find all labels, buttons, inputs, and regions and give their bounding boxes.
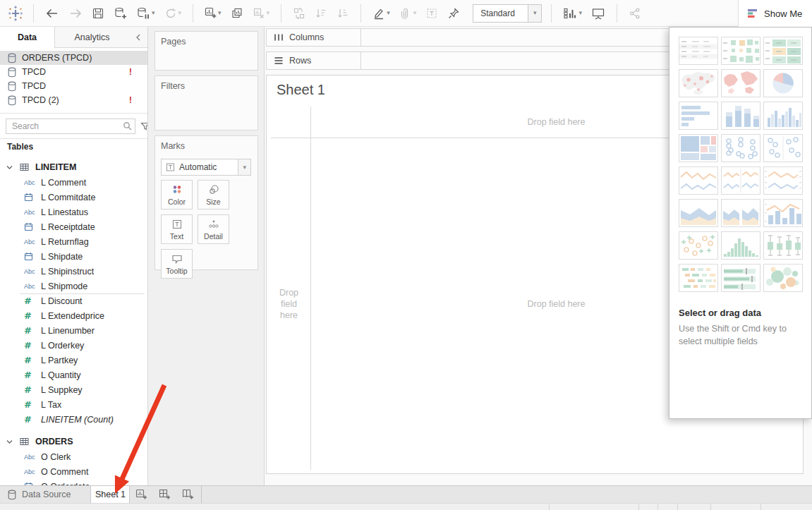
field-item[interactable]: #LINEITEM (Count) bbox=[0, 412, 147, 427]
field-item[interactable]: AbcL Comment bbox=[0, 175, 147, 190]
duplicate-sheet-button[interactable] bbox=[229, 5, 246, 22]
save-button[interactable] bbox=[90, 5, 107, 22]
sort-ascending-button[interactable] bbox=[313, 5, 329, 22]
field-item[interactable]: AbcL Returnflag bbox=[0, 234, 147, 249]
table-group-orders[interactable]: ORDERS bbox=[0, 434, 147, 449]
showme-tile-box-and-whisker[interactable] bbox=[763, 231, 803, 260]
share-button[interactable] bbox=[626, 5, 643, 22]
showme-tile-treemap[interactable] bbox=[679, 134, 718, 162]
field-item[interactable]: #L Quantity bbox=[0, 368, 147, 382]
filters-shelf[interactable]: Filters bbox=[154, 75, 258, 130]
clear-sheet-button[interactable]: ▾ bbox=[250, 5, 272, 22]
new-data-source-icon bbox=[114, 7, 127, 20]
detail-button[interactable]: Detail bbox=[198, 214, 229, 244]
fit-view-button[interactable]: ▾ bbox=[561, 5, 584, 22]
showme-tile-circle-views[interactable] bbox=[721, 134, 761, 162]
chevron-down-icon: ▾ bbox=[413, 10, 417, 16]
search-input[interactable] bbox=[11, 121, 123, 132]
string-field-icon: Abc bbox=[24, 209, 41, 216]
fix-axes-button[interactable] bbox=[445, 5, 462, 22]
showme-tile-highlight-table[interactable] bbox=[763, 37, 803, 65]
new-dashboard-button[interactable] bbox=[153, 486, 176, 503]
tab-data[interactable]: Data bbox=[0, 27, 55, 48]
showme-tile-scatter-plot[interactable] bbox=[679, 231, 718, 260]
showme-tile-discrete-lines[interactable] bbox=[721, 166, 761, 195]
showme-tile-side-by-side-bars[interactable] bbox=[763, 102, 803, 130]
group-members-button[interactable]: ▾ bbox=[397, 5, 419, 22]
show-me-instruction-title: Select or drag data bbox=[679, 308, 811, 318]
highlight-button[interactable]: ▾ bbox=[370, 5, 392, 22]
sheet-1-tab[interactable]: Sheet 1 bbox=[90, 486, 130, 503]
redo-button[interactable] bbox=[66, 6, 85, 21]
field-item[interactable]: #L Discount bbox=[0, 293, 147, 308]
showme-tile-packed-bubbles[interactable] bbox=[763, 264, 803, 292]
field-item[interactable]: AbcO Comment bbox=[0, 464, 147, 479]
field-item[interactable]: L Commitdate bbox=[0, 190, 147, 205]
new-worksheet-button[interactable] bbox=[130, 486, 153, 503]
field-item[interactable]: #L Suppkey bbox=[0, 382, 147, 397]
collapse-pane-button[interactable] bbox=[129, 27, 147, 48]
field-item[interactable]: #L Tax bbox=[0, 397, 147, 412]
drop-zone-rows[interactable]: Drop field here bbox=[267, 138, 310, 470]
field-item[interactable]: #L Orderkey bbox=[0, 338, 147, 353]
new-data-source-button[interactable] bbox=[111, 5, 129, 22]
showme-tile-gantt[interactable] bbox=[679, 264, 718, 292]
field-item[interactable]: #L Partkey bbox=[0, 353, 147, 368]
view-size-dropdown[interactable]: Standard▾ bbox=[473, 4, 542, 23]
presentation-mode-button[interactable] bbox=[589, 5, 607, 22]
field-item[interactable]: L Shipdate bbox=[0, 249, 147, 264]
database-icon bbox=[7, 490, 17, 500]
tab-analytics[interactable]: Analytics bbox=[55, 27, 129, 48]
field-item[interactable]: O Orderdate bbox=[0, 479, 147, 485]
field-item[interactable]: L Receiptdate bbox=[0, 219, 147, 234]
showme-tile-pie-chart[interactable] bbox=[763, 69, 803, 97]
showme-tile-bullet-graph[interactable] bbox=[721, 264, 761, 292]
field-item[interactable]: #L Extendedprice bbox=[0, 308, 147, 323]
field-item[interactable]: AbcL Shipmode bbox=[0, 279, 147, 293]
sort-descending-button[interactable] bbox=[334, 5, 351, 22]
showme-tile-stacked-bars[interactable] bbox=[721, 102, 761, 130]
number-field-icon: # bbox=[24, 370, 41, 380]
showme-tile-heatmap[interactable] bbox=[721, 37, 761, 65]
field-item[interactable]: AbcO Clerk bbox=[0, 449, 147, 464]
text-button[interactable]: Text bbox=[161, 214, 193, 244]
pause-auto-updates-button[interactable]: ▾ bbox=[134, 5, 157, 22]
showme-tile-discrete-area[interactable] bbox=[721, 199, 761, 227]
field-item[interactable]: AbcL Shipinstruct bbox=[0, 264, 147, 279]
showme-tile-dual-combination[interactable] bbox=[763, 199, 803, 227]
tooltip-button[interactable]: Tooltip bbox=[161, 249, 193, 279]
field-item[interactable]: #L Linenumber bbox=[0, 323, 147, 338]
show-mark-labels-button[interactable] bbox=[423, 5, 440, 22]
tab-bar-divider bbox=[201, 486, 202, 503]
showme-tile-continuous-area[interactable] bbox=[679, 199, 718, 227]
showme-tile-symbol-map[interactable] bbox=[679, 69, 718, 97]
showme-tile-horizontal-bars[interactable] bbox=[679, 102, 718, 130]
undo-button[interactable] bbox=[43, 6, 61, 21]
table-group-lineitem[interactable]: LINEITEM bbox=[0, 159, 147, 175]
filter-fields-icon[interactable] bbox=[139, 120, 148, 133]
data-source-item[interactable]: TPCD bbox=[0, 79, 147, 93]
run-auto-updates-button[interactable]: ▾ bbox=[162, 5, 184, 22]
data-source-item[interactable]: TPCD (2)! bbox=[0, 93, 147, 107]
mark-type-dropdown[interactable]: Automatic ▾ bbox=[161, 159, 251, 176]
tooltip-icon bbox=[171, 253, 183, 265]
showme-tile-text-table[interactable] bbox=[679, 37, 718, 65]
swap-rows-columns-button[interactable] bbox=[291, 5, 308, 22]
data-source-tab[interactable]: Data Source bbox=[0, 486, 82, 503]
showme-tile-filled-map[interactable] bbox=[721, 69, 761, 97]
showme-tile-dual-lines[interactable] bbox=[763, 166, 803, 195]
showme-tile-side-by-side-circles[interactable] bbox=[763, 134, 803, 162]
size-button[interactable]: Size bbox=[198, 180, 229, 210]
error-badge: ! bbox=[129, 95, 132, 105]
showme-tile-continuous-lines[interactable] bbox=[679, 166, 718, 195]
new-story-button[interactable] bbox=[176, 486, 200, 503]
color-button[interactable]: Color bbox=[161, 180, 193, 210]
data-source-item[interactable]: ORDERS (TPCD) bbox=[0, 51, 147, 65]
field-item[interactable]: AbcL Linestatus bbox=[0, 205, 147, 219]
show-me-button[interactable]: Show Me bbox=[738, 0, 812, 27]
new-worksheet-button[interactable]: ▾ bbox=[202, 5, 224, 21]
showme-tile-histogram[interactable] bbox=[721, 231, 761, 260]
data-source-item[interactable]: TPCD! bbox=[0, 65, 147, 79]
field-list: LINEITEMAbcL CommentL CommitdateAbcL Lin… bbox=[0, 155, 147, 485]
pages-shelf[interactable]: Pages bbox=[154, 31, 258, 71]
